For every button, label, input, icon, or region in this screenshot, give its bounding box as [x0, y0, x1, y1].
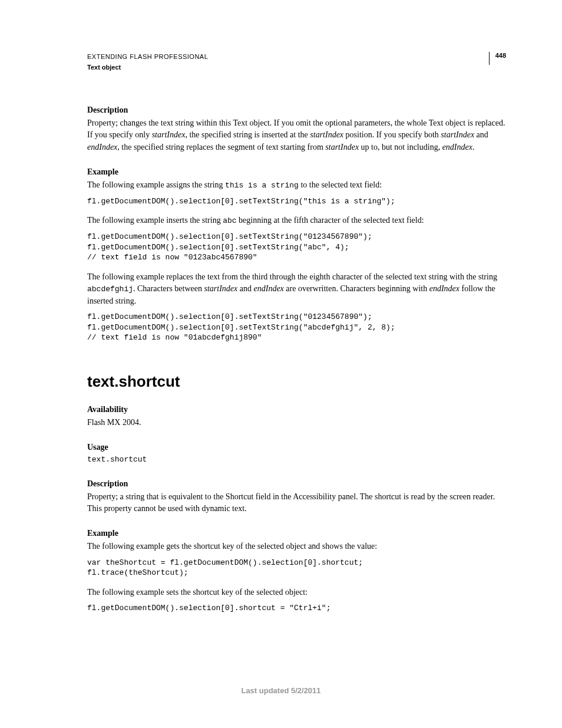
code-block-2: fl.getDocumentDOM().selection[0].setText… [87, 232, 506, 263]
code-block-3: fl.getDocumentDOM().selection[0].setText… [87, 312, 506, 343]
example-intro-3: The following example replaces the text … [87, 271, 506, 307]
page-number: 448 [489, 52, 506, 65]
page-footer: Last updated 5/2/2011 [0, 686, 562, 695]
description-paragraph: Property; changes the text string within… [87, 117, 506, 153]
availability-heading: Availability [87, 405, 506, 414]
example-intro-1: The following example assigns the string… [87, 179, 506, 192]
description-heading-2: Description [87, 479, 506, 489]
example-heading: Example [87, 167, 506, 177]
code-block-1: fl.getDocumentDOM().selection[0].setText… [87, 196, 506, 207]
usage-heading: Usage [87, 443, 506, 452]
code-block-s2-2: fl.getDocumentDOM().selection[0].shortcu… [87, 603, 506, 614]
availability-text: Flash MX 2004. [87, 417, 506, 429]
page-header: EXTENDING FLASH PROFESSIONAL Text object… [87, 52, 506, 73]
page-content: EXTENDING FLASH PROFESSIONAL Text object… [0, 0, 562, 614]
usage-code: text.shortcut [87, 454, 506, 465]
section-shortcut: text.shortcut Availability Flash MX 2004… [87, 373, 506, 614]
example-heading-2: Example [87, 529, 506, 538]
doc-title: EXTENDING FLASH PROFESSIONAL [87, 52, 208, 62]
example-intro-s2-2: The following example sets the shortcut … [87, 587, 506, 598]
section-settextstring: Description Property; changes the text s… [87, 106, 506, 343]
example-intro-s2-1: The following example gets the shortcut … [87, 541, 506, 552]
description-text-2: Property; a string that is equivalent to… [87, 491, 506, 515]
description-heading: Description [87, 106, 506, 115]
example-intro-2: The following example inserts the string… [87, 215, 506, 227]
code-block-s2-1: var theShortcut = fl.getDocumentDOM().se… [87, 558, 506, 578]
main-title: text.shortcut [87, 373, 506, 391]
header-left: EXTENDING FLASH PROFESSIONAL Text object [87, 52, 208, 73]
doc-section: Text object [87, 62, 208, 73]
